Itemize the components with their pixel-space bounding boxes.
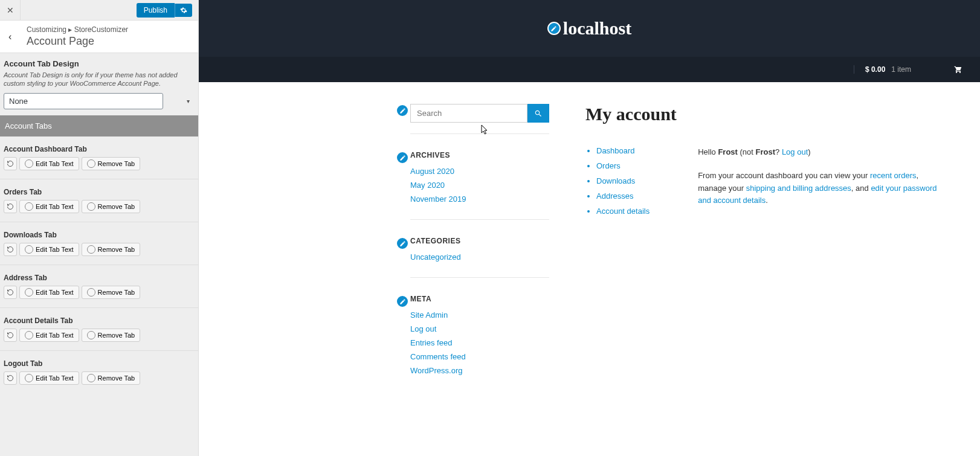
account-nav-link[interactable]: Downloads bbox=[596, 176, 635, 185]
logout-link[interactable]: Log out bbox=[782, 147, 808, 156]
reset-button[interactable] bbox=[4, 200, 17, 213]
edit-tab-text-button[interactable]: Edit Tab Text bbox=[19, 329, 79, 342]
remove-tab-button[interactable]: Remove Tab bbox=[82, 200, 141, 213]
site-header: localhost bbox=[199, 0, 980, 57]
edit-tab-text-button[interactable]: Edit Tab Text bbox=[19, 243, 79, 256]
tab-design-select[interactable]: None bbox=[4, 93, 163, 109]
reset-icon bbox=[7, 332, 14, 339]
edit-shortcut-icon[interactable] bbox=[396, 237, 409, 250]
edit-shortcut-icon[interactable] bbox=[396, 151, 409, 164]
account-nav-link[interactable]: Addresses bbox=[596, 191, 633, 201]
reset-icon bbox=[7, 246, 14, 253]
reset-button[interactable] bbox=[4, 243, 17, 256]
edit-tab-text-button[interactable]: Edit Tab Text bbox=[19, 371, 79, 385]
close-button[interactable]: ✕ bbox=[0, 0, 21, 21]
reset-icon bbox=[7, 289, 14, 296]
page-title: My account bbox=[585, 104, 944, 124]
widget-link[interactable]: Site Admin bbox=[410, 310, 448, 320]
breadcrumb-path: Customizing ▸ StoreCustomizer bbox=[27, 25, 128, 34]
archives-widget: ARCHIVES August 2020May 2020November 201… bbox=[410, 151, 549, 220]
breadcrumb: ‹ Customizing ▸ StoreCustomizer Account … bbox=[0, 21, 198, 53]
remove-tab-button[interactable]: Remove Tab bbox=[82, 329, 141, 342]
radio-icon bbox=[87, 288, 95, 297]
account-nav-item: Orders bbox=[596, 161, 650, 170]
tab-group-title: Orders Tab bbox=[4, 188, 195, 196]
list-item: Uncategorized bbox=[410, 252, 549, 262]
widget-title: CATEGORIES bbox=[410, 237, 460, 245]
remove-tab-button[interactable]: Remove Tab bbox=[82, 371, 141, 385]
reset-button[interactable] bbox=[4, 371, 17, 385]
reset-button[interactable] bbox=[4, 329, 17, 342]
widget-link[interactable]: May 2020 bbox=[410, 181, 445, 190]
back-button[interactable]: ‹ bbox=[8, 31, 21, 42]
tab-group: Account Details Tab Edit Tab Text Remove… bbox=[0, 308, 198, 351]
addresses-link[interactable]: shipping and billing addresses bbox=[746, 184, 851, 193]
customizer-sidebar: ✕ Publish ‹ Customizing ▸ StoreCustomize… bbox=[0, 0, 199, 456]
reset-button[interactable] bbox=[4, 157, 17, 170]
categories-widget: CATEGORIES Uncategorized bbox=[410, 237, 549, 278]
meta-widget: META Site AdminLog outEntries feedCommen… bbox=[410, 295, 549, 391]
greeting-text: Hello bbox=[698, 147, 718, 156]
edit-tab-text-button[interactable]: Edit Tab Text bbox=[19, 157, 79, 170]
list-item: May 2020 bbox=[410, 181, 549, 190]
radio-icon bbox=[25, 374, 33, 382]
search-input[interactable] bbox=[410, 104, 527, 123]
tab-group-title: Logout Tab bbox=[4, 359, 195, 368]
edit-shortcut-icon[interactable] bbox=[396, 295, 409, 308]
reset-icon bbox=[7, 203, 14, 210]
list-item: WordPress.org bbox=[410, 366, 549, 375]
reset-icon bbox=[7, 160, 14, 167]
cart-icon[interactable] bbox=[953, 65, 963, 74]
edit-tab-text-button[interactable]: Edit Tab Text bbox=[19, 286, 79, 299]
account-nav-item: Addresses bbox=[596, 191, 650, 201]
account-nav: DashboardOrdersDownloadsAddressesAccount… bbox=[585, 146, 650, 222]
preview-pane: localhost $ 0.00 1 item bbox=[199, 0, 980, 456]
widget-link[interactable]: August 2020 bbox=[410, 167, 454, 176]
section-title: Account Tab Design bbox=[4, 59, 195, 68]
widget-link[interactable]: Uncategorized bbox=[410, 252, 461, 262]
tab-group: Logout Tab Edit Tab Text Remove Tab bbox=[0, 351, 198, 393]
radio-icon bbox=[25, 288, 33, 297]
account-nav-link[interactable]: Account details bbox=[596, 207, 650, 216]
remove-tab-button[interactable]: Remove Tab bbox=[82, 286, 141, 299]
breadcrumb-title: Account Page bbox=[27, 35, 128, 48]
radio-icon bbox=[25, 245, 33, 254]
list-item: Comments feed bbox=[410, 352, 549, 361]
cart-price: $ 0.00 bbox=[865, 65, 885, 74]
search-widget bbox=[410, 104, 549, 134]
account-nav-link[interactable]: Orders bbox=[596, 161, 621, 170]
header-subbar: $ 0.00 1 item bbox=[199, 57, 980, 82]
list-item: August 2020 bbox=[410, 167, 549, 176]
tab-group: Downloads Tab Edit Tab Text Remove Tab bbox=[0, 222, 198, 265]
edit-tab-text-button[interactable]: Edit Tab Text bbox=[19, 200, 79, 213]
widget-link[interactable]: November 2019 bbox=[410, 194, 466, 204]
edit-shortcut-icon[interactable] bbox=[547, 22, 561, 35]
tab-group-title: Account Details Tab bbox=[4, 316, 195, 325]
list-item: Site Admin bbox=[410, 310, 549, 320]
account-nav-item: Downloads bbox=[596, 176, 650, 185]
account-nav-link[interactable]: Dashboard bbox=[596, 146, 635, 155]
widget-link[interactable]: Log out bbox=[410, 324, 436, 333]
greeting-user: Frost bbox=[718, 147, 738, 156]
list-item: Entries feed bbox=[410, 338, 549, 347]
main-content: My account DashboardOrdersDownloadsAddre… bbox=[585, 104, 944, 434]
remove-tab-button[interactable]: Remove Tab bbox=[82, 243, 141, 256]
site-title-text: localhost bbox=[563, 18, 631, 39]
cart-info[interactable]: $ 0.00 1 item bbox=[854, 65, 963, 74]
reset-icon bbox=[7, 374, 14, 382]
section-desc: Account Tab Design is only for if your t… bbox=[4, 71, 195, 88]
cart-items: 1 item bbox=[891, 65, 911, 74]
publish-settings-button[interactable] bbox=[175, 4, 192, 17]
tab-group: Orders Tab Edit Tab Text Remove Tab bbox=[0, 179, 198, 222]
radio-icon bbox=[25, 159, 33, 168]
widget-link[interactable]: Entries feed bbox=[410, 338, 452, 347]
list-item: November 2019 bbox=[410, 194, 549, 204]
widget-link[interactable]: Comments feed bbox=[410, 352, 466, 361]
publish-button[interactable]: Publish bbox=[137, 3, 175, 18]
recent-orders-link[interactable]: recent orders bbox=[870, 171, 917, 180]
reset-button[interactable] bbox=[4, 286, 17, 299]
search-button[interactable] bbox=[527, 104, 549, 123]
edit-shortcut-icon[interactable] bbox=[396, 104, 409, 117]
remove-tab-button[interactable]: Remove Tab bbox=[82, 157, 141, 170]
widget-link[interactable]: WordPress.org bbox=[410, 366, 462, 375]
